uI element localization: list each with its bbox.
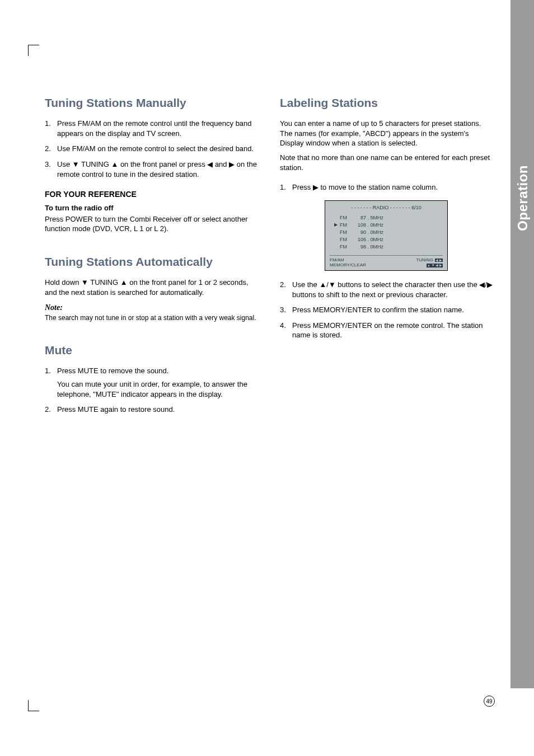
labeling-steps-list-cont: 2.Use the ▲/▼ buttons to select the char…: [280, 280, 493, 340]
heading-tuning-manual: Tuning Stations Manually: [45, 95, 257, 111]
side-tab: [510, 0, 534, 688]
step-text: Press MUTE to remove the sound.: [57, 366, 257, 376]
osd-band: FM: [340, 243, 352, 250]
osd-row: FM 106 . 0MHz: [334, 236, 438, 243]
osd-footer-tuning: TUNING ◀ ▶: [416, 257, 443, 263]
heading-labeling: Labeling Stations: [280, 95, 493, 111]
step-number: 4.: [280, 321, 292, 340]
step-number: 3.: [280, 305, 292, 315]
osd-freq: 90 . 0MHz: [352, 229, 386, 236]
osd-footer: FM/AM MEMORY/CLEAR TUNING ◀ ▶ ▲ ▼ ◀ ▶: [330, 255, 443, 268]
osd-band: FM: [340, 214, 352, 221]
osd-row: FM 98 . 0MHz: [334, 243, 438, 251]
heading-reference: FOR YOUR REFERENCE: [45, 189, 257, 200]
osd-row: ▶ FM 108 . 0MHz: [334, 222, 438, 229]
osd-footer-memory: MEMORY/CLEAR: [330, 262, 366, 268]
side-tab-label: Operation: [515, 165, 531, 231]
step-text: Press MEMORY/ENTER on the remote control…: [292, 321, 493, 340]
auto-body: Hold down ▼ TUNING ▲ on the front panel …: [45, 278, 257, 297]
step-text: Press MUTE again to restore sound.: [57, 405, 257, 415]
osd-row: FM 87 . 5MHz: [334, 214, 438, 222]
osd-row: FM 90 . 0MHz: [334, 229, 438, 236]
crop-mark-tl: [28, 45, 39, 56]
step-number: 2.: [45, 405, 57, 415]
labeling-intro-1: You can enter a name of up to 5 characte…: [280, 119, 493, 148]
step-text-extra: You can mute your unit in order, for exa…: [57, 379, 257, 399]
step-number: 1.: [45, 366, 57, 399]
step-number: 2.: [280, 280, 292, 299]
osd-title: - - - - - - - RADIO - - - - - - - 6/10: [330, 204, 443, 211]
osd-radio-panel: - - - - - - - RADIO - - - - - - - 6/10 F…: [325, 200, 448, 271]
osd-freq: 87 . 5MHz: [352, 214, 386, 221]
mute-steps-list: 1. Press MUTE to remove the sound. You c…: [45, 366, 257, 414]
osd-rows: FM 87 . 5MHz ▶ FM 108 . 0MHz FM 90 . 0MH…: [330, 214, 443, 253]
arrows-icon: ▲ ▼ ◀ ▶: [427, 264, 443, 267]
osd-footer-arrows: ▲ ▼ ◀ ▶: [416, 262, 443, 268]
right-column: Labeling Stations You can enter a name o…: [280, 95, 493, 420]
subheading-radio-off: To turn the radio off: [45, 203, 257, 213]
step-number: 1.: [280, 182, 292, 192]
step-number: 2.: [45, 144, 57, 154]
osd-freq: 98 . 0MHz: [352, 243, 386, 250]
osd-freq: 108 . 0MHz: [352, 222, 386, 228]
crop-mark-bl: [28, 700, 39, 711]
step-number: 3.: [45, 159, 57, 179]
step-text: Use ▼ TUNING ▲ on the front panel or pre…: [57, 159, 257, 179]
osd-band: FM: [340, 236, 352, 243]
step-text: Press ▶ to move to the station name colu…: [292, 182, 493, 192]
page-number: 49: [484, 696, 495, 707]
left-column: Tuning Stations Manually 1.Press FM/AM o…: [45, 95, 257, 420]
step-text: Press MEMORY/ENTER to confirm the statio…: [292, 305, 493, 315]
osd-selected-icon: ▶: [334, 222, 340, 228]
osd-band: FM: [340, 222, 352, 228]
left-right-icon: ◀ ▶: [435, 259, 443, 262]
step-text: Use the ▲/▼ buttons to select the charac…: [292, 280, 493, 299]
osd-footer-fmam: FM/AM: [330, 257, 366, 263]
reference-body: Press POWER to turn the Combi Receiver o…: [45, 214, 257, 234]
osd-freq: 106 . 0MHz: [352, 236, 386, 243]
step-number: 1.: [45, 119, 57, 138]
note-body: The search may not tune in or stop at a …: [45, 313, 257, 322]
note-label: Note:: [45, 303, 257, 313]
heading-mute: Mute: [45, 342, 257, 358]
labeling-steps-list: 1.Press ▶ to move to the station name co…: [280, 182, 493, 192]
step-text: Press FM/AM on the remote control until …: [57, 119, 257, 138]
step-text: Use FM/AM on the remote control to selec…: [57, 144, 257, 154]
osd-band: FM: [340, 229, 352, 236]
labeling-intro-2: Note that no more than one name can be e…: [280, 153, 493, 172]
manual-steps-list: 1.Press FM/AM on the remote control unti…: [45, 119, 257, 179]
heading-tuning-auto: Tuning Stations Automatically: [45, 254, 257, 270]
